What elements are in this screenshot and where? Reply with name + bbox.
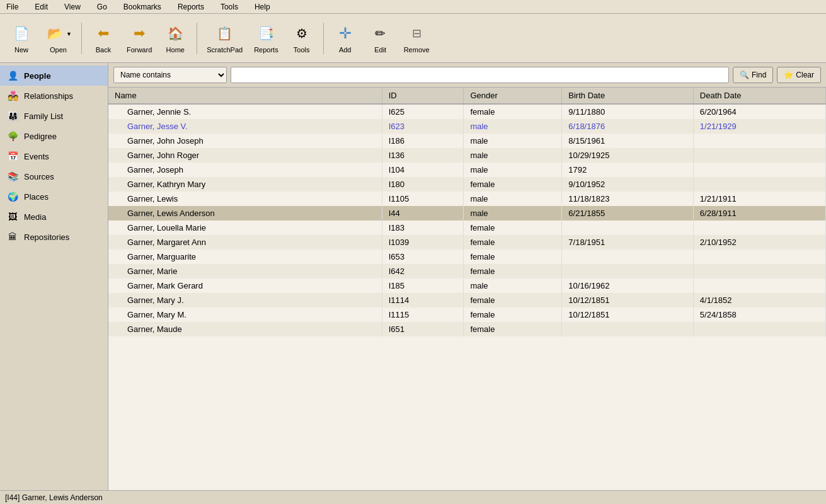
new-button[interactable]: 📄 New [5,20,38,57]
table-row[interactable]: Garner, MarieI642female [108,264,826,278]
col-name[interactable]: Name [108,88,382,104]
cell-name: Garner, Joseph [108,163,382,177]
menubar: File Edit View Go Bookmarks Reports Tool… [0,0,826,14]
open-dropdown-arrow: ▼ [66,31,72,37]
table-row[interactable]: Garner, John JosephI186male8/15/1961 [108,134,826,148]
people-table-container[interactable]: Name ID Gender Birth Date Death Date Gar… [108,88,826,490]
table-row[interactable]: Garner, John RogerI136male10/29/1925 [108,148,826,163]
menu-reports[interactable]: Reports [175,2,207,12]
cell-name: Garner, Jesse V. [108,119,382,134]
table-body: Garner, Jennie S.I625female9/11/18806/20… [108,104,826,336]
cell-birth [562,322,694,336]
table-row[interactable]: Garner, Margaret AnnI1039female7/18/1951… [108,235,826,249]
sources-icon: 📚 [6,170,19,183]
filter-select[interactable]: Name contains Name starts with Name ends… [113,67,227,83]
sidebar-item-sources[interactable]: 📚 Sources [0,166,108,186]
menu-view[interactable]: View [62,2,83,12]
table-row[interactable]: Garner, Jesse V.I623male6/18/18761/21/19… [108,119,826,134]
sidebar-item-pedigree[interactable]: 🌳 Pedigree [0,126,108,146]
cell-death [693,148,825,163]
sidebar-item-family-list[interactable]: 👨‍👩‍👧 Family List [0,106,108,126]
clear-button[interactable]: ⭐ Clear [777,67,821,83]
cell-death [693,134,825,148]
col-birth-date[interactable]: Birth Date [562,88,694,104]
toolbar-sep-3 [323,23,324,54]
reports-icon: 📑 [256,23,276,43]
cell-death [693,264,825,278]
table-row[interactable]: Garner, Mary J.I1114female10/12/18514/1/… [108,293,826,307]
menu-help[interactable]: Help [252,2,273,12]
cell-death [693,249,825,264]
sidebar-item-relationships[interactable]: 💑 Relationships [0,86,108,106]
cell-name: Garner, Mary J. [108,293,382,307]
cell-gender: female [464,104,562,119]
scratchpad-button[interactable]: 📋 ScratchPad [202,20,247,57]
filter-bar: Name contains Name starts with Name ends… [108,63,826,88]
add-button[interactable]: ✛ Add [329,20,362,57]
cell-death: 5/24/1858 [693,307,825,322]
sidebar-item-label: Family List [24,112,63,121]
table-row[interactable]: Garner, Mary M.I1115female10/12/18515/24… [108,307,826,322]
cell-birth: 10/16/1962 [562,278,694,293]
table-row[interactable]: Garner, Louella MarieI183female [108,220,826,235]
cell-birth: 11/18/1823 [562,192,694,206]
sidebar-item-repositories[interactable]: 🏛 Repositories [0,227,108,247]
cell-name: Garner, John Roger [108,148,382,163]
find-button[interactable]: 🔍 Find [733,67,773,83]
cell-name: Garner, Maude [108,322,382,336]
cell-gender: female [464,322,562,336]
table-row[interactable]: Garner, Mark GerardI185male10/16/1962 [108,278,826,293]
cell-gender: male [464,119,562,134]
cell-birth: 10/12/1851 [562,307,694,322]
filter-input[interactable] [231,67,729,83]
menu-go[interactable]: Go [95,2,110,12]
cell-id: I651 [382,322,464,336]
open-button[interactable]: 📂 ▼ Open [40,20,76,57]
table-row[interactable]: Garner, Kathryn MaryI180female9/10/1952 [108,177,826,192]
table-row[interactable]: Garner, Jennie S.I625female9/11/18806/20… [108,104,826,119]
col-death-date[interactable]: Death Date [693,88,825,104]
forward-button[interactable]: ➡ Forward [122,20,156,57]
sidebar-item-label: People [24,71,51,81]
edit-button[interactable]: ✏ Edit [364,20,397,57]
sidebar-item-events[interactable]: 📅 Events [0,146,108,166]
menu-file[interactable]: File [4,2,21,12]
cell-name: Garner, Mary M. [108,307,382,322]
back-button[interactable]: ⬅ Back [87,20,120,57]
tools-button[interactable]: ⚙ Tools [285,20,318,57]
places-icon: 🌍 [6,190,19,203]
cell-name: Garner, Mark Gerard [108,278,382,293]
main-area: 👤 People 💑 Relationships 👨‍👩‍👧 Family Li… [0,63,826,490]
menu-edit[interactable]: Edit [32,2,50,12]
people-icon: 👤 [6,69,19,82]
repositories-icon: 🏛 [6,231,19,243]
cell-birth: 1792 [562,163,694,177]
sidebar-item-media[interactable]: 🖼 Media [0,207,108,227]
sidebar-item-people[interactable]: 👤 People [0,66,108,86]
cell-name: Garner, Margaret Ann [108,235,382,249]
home-icon: 🏠 [165,23,185,43]
people-table: Name ID Gender Birth Date Death Date Gar… [108,88,826,336]
table-row[interactable]: Garner, MarguariteI653female [108,249,826,264]
menu-tools[interactable]: Tools [218,2,241,12]
home-button[interactable]: 🏠 Home [159,20,192,57]
remove-button[interactable]: ⊟ Remove [399,20,434,57]
tools-icon: ⚙ [292,23,312,43]
events-icon: 📅 [6,150,19,163]
cell-name: Garner, Kathryn Mary [108,177,382,192]
table-row[interactable]: Garner, LewisI1105male11/18/18231/21/191… [108,192,826,206]
sidebar-item-label: Pedigree [24,132,57,141]
col-id[interactable]: ID [382,88,464,104]
reports-button[interactable]: 📑 Reports [250,20,283,57]
table-row[interactable]: Garner, JosephI104male1792 [108,163,826,177]
cell-death: 6/20/1964 [693,104,825,119]
menu-bookmarks[interactable]: Bookmarks [121,2,164,12]
table-row[interactable]: Garner, Lewis AndersonI44male6/21/18556/… [108,206,826,220]
col-gender[interactable]: Gender [464,88,562,104]
cell-death [693,163,825,177]
cell-id: I623 [382,119,464,134]
cell-name: Garner, Lewis Anderson [108,206,382,220]
sidebar-item-places[interactable]: 🌍 Places [0,186,108,207]
table-row[interactable]: Garner, MaudeI651female [108,322,826,336]
cell-birth: 10/29/1925 [562,148,694,163]
